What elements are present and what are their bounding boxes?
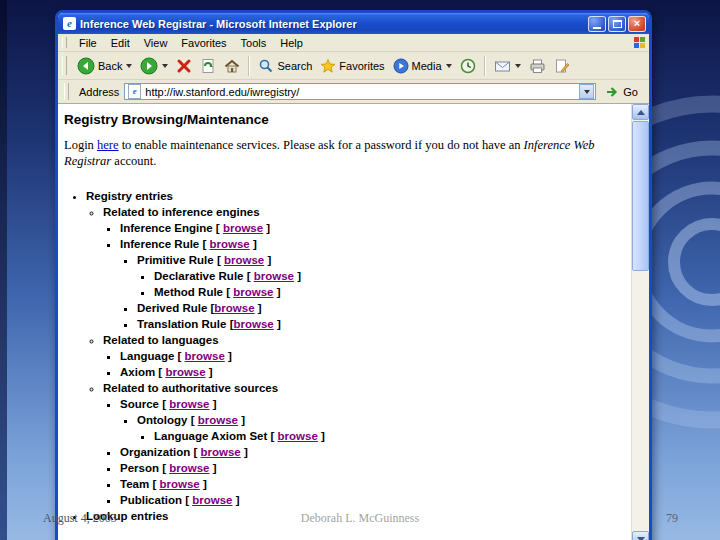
browse-link[interactable]: browse <box>223 222 263 234</box>
browser-content: Registry Browsing/Maintenance Login here… <box>58 104 649 540</box>
browse-link[interactable]: browse <box>198 414 238 426</box>
address-input[interactable]: e http://iw.stanford.edu/iwregistry/ <box>124 83 596 100</box>
search-label: Search <box>277 60 312 72</box>
list-item: Inference Rule [ browse ]Primitive Rule … <box>120 236 629 332</box>
list-item: Language Axiom Set [ browse ] <box>154 428 629 444</box>
scrollbar-thumb[interactable] <box>632 121 649 271</box>
browse-link[interactable]: browse <box>201 446 241 458</box>
refresh-button[interactable] <box>197 56 219 76</box>
edit-button[interactable] <box>551 56 573 76</box>
back-button[interactable]: Back <box>74 55 135 77</box>
list-item: Related to inference enginesInference En… <box>103 204 629 332</box>
item-label: Organization [ <box>120 446 201 458</box>
search-button[interactable]: Search <box>255 56 315 76</box>
mail-button[interactable] <box>491 56 524 76</box>
browse-link[interactable]: browse <box>169 462 209 474</box>
item-label: Publication [ <box>120 494 192 506</box>
item-label-after: ] <box>264 254 271 266</box>
list-item: Related to authoritative sourcesSource [… <box>103 380 629 508</box>
browse-link[interactable]: browse <box>169 398 209 410</box>
item-label: Primitive Rule [ <box>137 254 224 266</box>
home-button[interactable] <box>221 56 243 76</box>
item-label-after: ] <box>250 238 257 250</box>
go-label: Go <box>623 86 638 98</box>
item-label-after: ] <box>255 302 262 314</box>
login-here-link[interactable]: here <box>97 138 119 152</box>
standard-buttons-toolbar: Back <box>58 52 649 80</box>
favorites-button[interactable]: Favorites <box>317 56 387 76</box>
print-icon <box>529 58 546 74</box>
item-label: Team [ <box>120 478 159 490</box>
address-page-icon: e <box>128 84 141 99</box>
intro-text: account. <box>111 154 156 168</box>
history-clock-icon <box>460 58 476 74</box>
browse-link[interactable]: browse <box>209 238 249 250</box>
address-dropdown-button[interactable] <box>579 84 594 99</box>
item-label-after: ] <box>238 414 245 426</box>
menu-tools[interactable]: Tools <box>234 36 274 50</box>
minimize-button[interactable] <box>588 16 606 32</box>
list-item: Publication [ browse ] <box>120 492 629 508</box>
scroll-up-button[interactable] <box>632 104 649 120</box>
print-button[interactable] <box>526 56 549 76</box>
browse-link[interactable]: browse <box>214 302 254 314</box>
favorites-label: Favorites <box>339 60 384 72</box>
item-label: Source [ <box>120 398 169 410</box>
media-label: Media <box>412 60 442 72</box>
item-label: Declarative Rule [ <box>154 270 254 282</box>
item-label: Method Rule [ <box>154 286 233 298</box>
item-label-after: ] <box>232 494 239 506</box>
down-arrow-icon <box>637 537 645 540</box>
forward-button[interactable] <box>137 55 171 77</box>
toolbar-grip[interactable] <box>62 56 67 75</box>
addressbar-grip[interactable] <box>64 83 69 99</box>
item-label-after: ] <box>200 478 207 490</box>
toolbar-separator <box>248 56 250 76</box>
item-label: Related to authoritative sources <box>103 382 278 394</box>
menu-edit[interactable]: Edit <box>104 36 137 50</box>
list-item: Team [ browse ] <box>120 476 629 492</box>
forward-dropdown-icon <box>162 64 168 68</box>
browse-link[interactable]: browse <box>192 494 232 506</box>
address-bar: Address e http://iw.stanford.edu/iwregis… <box>58 80 649 104</box>
go-button[interactable]: Go <box>601 84 643 100</box>
close-button[interactable]: × <box>628 16 646 32</box>
browse-link[interactable]: browse <box>159 478 199 490</box>
menu-file[interactable]: File <box>72 36 104 50</box>
media-icon <box>393 58 409 74</box>
stop-icon <box>176 58 192 74</box>
browse-link[interactable]: browse <box>278 430 318 442</box>
vertical-scrollbar[interactable] <box>631 104 649 540</box>
list-item: Declarative Rule [ browse ] <box>154 268 629 284</box>
item-label-after: ] <box>209 462 216 474</box>
window-titlebar[interactable]: e Inference Web Registrar - Microsoft In… <box>58 13 649 34</box>
browse-link[interactable]: browse <box>224 254 264 266</box>
scroll-down-button[interactable] <box>632 531 649 540</box>
browse-link[interactable]: browse <box>185 350 225 362</box>
stop-button[interactable] <box>173 56 195 76</box>
login-paragraph: Login here to enable maintenance service… <box>64 137 629 170</box>
web-page: Registry Browsing/Maintenance Login here… <box>58 104 631 540</box>
menu-favorites[interactable]: Favorites <box>174 36 233 50</box>
browse-link[interactable]: browse <box>165 366 205 378</box>
list-item: Source [ browse ]Ontology [ browse ]Lang… <box>120 396 629 444</box>
item-label: Language Axiom Set [ <box>154 430 278 442</box>
home-icon <box>224 58 240 74</box>
menubar-grip[interactable] <box>62 37 67 49</box>
item-label: Inference Engine [ <box>120 222 223 234</box>
browse-link[interactable]: browse <box>234 318 274 330</box>
restore-button[interactable] <box>608 16 626 32</box>
item-label-after: ] <box>206 366 213 378</box>
item-label-after: ] <box>274 318 281 330</box>
history-button[interactable] <box>457 56 479 76</box>
back-icon <box>77 57 95 75</box>
menu-view[interactable]: View <box>137 36 175 50</box>
list-item: Related to languagesLanguage [ browse ]A… <box>103 332 629 380</box>
menu-help[interactable]: Help <box>273 36 310 50</box>
reports-heading: Reports <box>64 537 629 540</box>
browse-link[interactable]: browse <box>233 286 273 298</box>
item-label-after: ] <box>263 222 270 234</box>
slide-page-number: 79 <box>666 511 678 526</box>
browse-link[interactable]: browse <box>254 270 294 282</box>
media-button[interactable]: Media <box>390 56 455 76</box>
